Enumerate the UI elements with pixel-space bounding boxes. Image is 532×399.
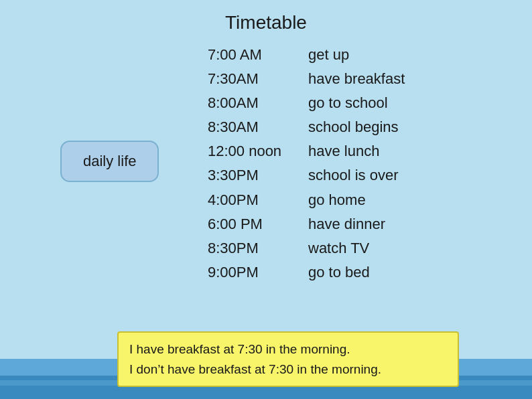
activity-cell: go home	[308, 189, 456, 212]
sentence-box: I have breakfast at 7:30 in the morning.…	[117, 331, 459, 387]
timetable-row: 9:00PMgo to bed	[208, 261, 532, 284]
timetable-row: 4:00PMgo home	[208, 189, 532, 212]
scallop-shape	[81, 361, 107, 376]
timetable-row: 12:00 noonhave lunch	[208, 140, 532, 163]
timetable-row: 8:30PMwatch TV	[208, 237, 532, 260]
time-cell: 8:30AM	[208, 116, 308, 139]
main-area: Timetable 7:00 AMget up7:30AMhave breakf…	[0, 0, 532, 399]
time-cell: 12:00 noon	[208, 140, 308, 163]
activity-cell: get up	[308, 44, 456, 66]
timetable-row: 7:00 AMget up	[208, 44, 532, 66]
time-cell: 9:00PM	[208, 261, 308, 284]
time-cell: 3:30PM	[208, 164, 308, 187]
timetable-row: 8:30AMschool begins	[208, 116, 532, 139]
timetable-row: 7:30AMhave breakfast	[208, 68, 532, 90]
activity-cell: school is over	[308, 164, 456, 187]
timetable-row: 3:30PMschool is over	[208, 164, 532, 187]
timetable: 7:00 AMget up7:30AMhave breakfast8:00AMg…	[208, 44, 532, 284]
activity-cell: have breakfast	[308, 68, 456, 90]
activity-cell: go to bed	[308, 261, 456, 284]
activity-cell: have dinner	[308, 213, 456, 236]
scallop-shape	[27, 361, 53, 376]
scallop-shape	[1, 361, 26, 376]
daily-life-box: daily life	[60, 141, 159, 182]
scallop-shape	[54, 361, 80, 376]
daily-life-label: daily life	[83, 153, 136, 169]
time-cell: 4:00PM	[208, 189, 308, 212]
scallop-shape	[456, 361, 482, 376]
time-cell: 8:30PM	[208, 237, 308, 260]
time-cell: 6:00 PM	[208, 213, 308, 236]
page-title: Timetable	[0, 0, 532, 40]
sentence-line1: I have breakfast at 7:30 in the morning.	[129, 339, 447, 359]
time-cell: 7:00 AM	[208, 44, 308, 66]
time-cell: 7:30AM	[208, 68, 308, 90]
sentence-line2: I don’t have breakfast at 7:30 in the mo…	[129, 360, 447, 379]
activity-cell: go to school	[308, 92, 456, 114]
activity-cell: have lunch	[308, 140, 456, 163]
scallop-shape	[483, 361, 509, 376]
timetable-row: 6:00 PMhave dinner	[208, 213, 532, 236]
time-cell: 8:00AM	[208, 92, 308, 114]
timetable-row: 8:00AMgo to school	[208, 92, 532, 114]
activity-cell: school begins	[308, 116, 456, 139]
activity-cell: watch TV	[308, 237, 456, 260]
